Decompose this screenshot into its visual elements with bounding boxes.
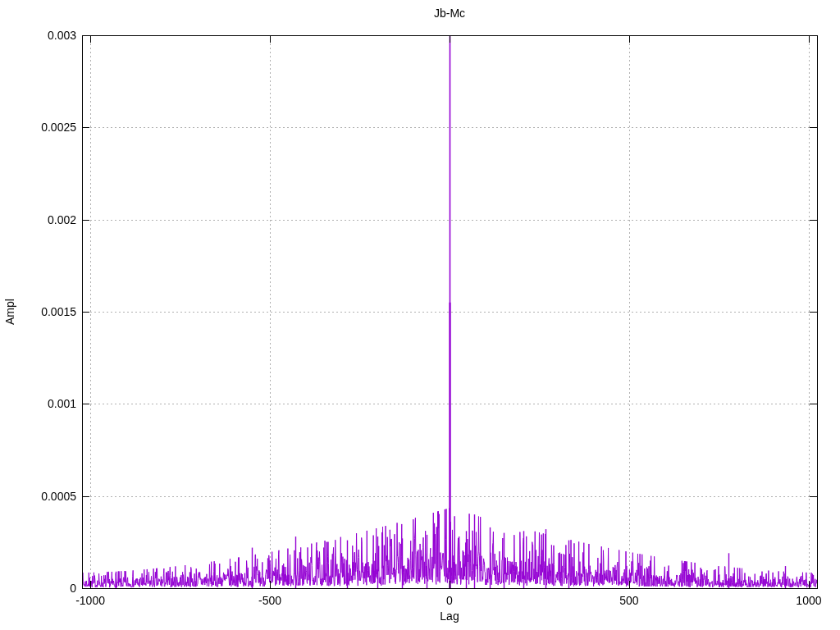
y-tick-label: 0.003	[11, 30, 76, 41]
correlation-chart: Jb-Mc Ampl Lag 00.00050.0010.00150.0020.…	[0, 0, 840, 630]
x-tick-label: -500	[237, 595, 303, 606]
x-tick-label: 500	[596, 595, 662, 606]
y-tick-label: 0	[11, 582, 76, 594]
y-tick-label: 0.0025	[11, 121, 76, 133]
x-tick-label: 1000	[776, 595, 840, 606]
y-tick-label: 0.0015	[11, 306, 76, 317]
y-tick-label: 0.0005	[11, 491, 76, 502]
chart-title: Jb-Mc	[82, 7, 817, 20]
x-tick-label: 0	[417, 595, 482, 606]
x-axis-title: Lag	[82, 609, 817, 623]
x-tick-label: -1000	[57, 595, 123, 606]
y-tick-label: 0.001	[11, 398, 76, 409]
plot-area-canvas	[0, 0, 840, 630]
y-tick-label: 0.002	[11, 214, 76, 226]
